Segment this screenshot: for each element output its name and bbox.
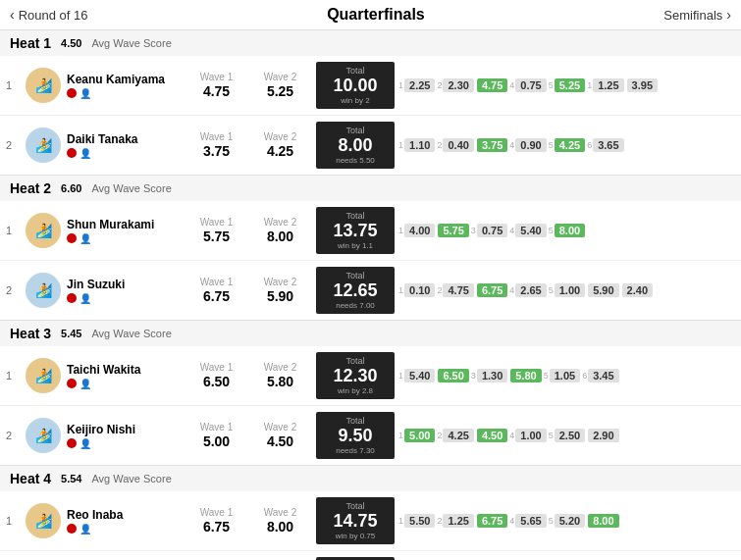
- total-box: Total 14.75 win by 0.75: [316, 497, 395, 544]
- side-score-item: 4 5.65: [509, 514, 546, 528]
- side-scores: 1 5.50 2 1.25 6.75 4 5.65 5 5.20 8.00: [398, 514, 735, 528]
- surfer-row: 2 🏄 Keijiro Nishi 👤 Wave 1 Wave 2 5.00 4…: [0, 406, 741, 465]
- side-score-item: 5.80: [509, 369, 541, 382]
- surfer-name: Shun Murakami: [67, 218, 185, 231]
- side-score-badge: 8.00: [555, 224, 585, 237]
- surfer-avatar: 🏄: [26, 358, 61, 393]
- wave1-label: Wave 1: [194, 131, 238, 142]
- surfer-row: 2 🏄 Hiroto Ohhara 👤 Wave 1 Wave 2 6.50 7…: [0, 551, 741, 560]
- avg-value: 5.54: [61, 473, 81, 484]
- surfer-flags: 👤: [67, 438, 185, 449]
- side-score-num: 2: [437, 140, 442, 150]
- wave-scores: Wave 1 Wave 2 4.75 5.25: [185, 72, 312, 99]
- side-score-num: 1: [587, 80, 592, 90]
- side-score-num: 4: [509, 285, 514, 295]
- wave-values: 5.00 4.50: [194, 433, 302, 449]
- side-score-badge: 1.00: [555, 283, 585, 297]
- surfer-rank: 2: [6, 284, 20, 296]
- left-arrow-icon: ‹: [10, 7, 15, 23]
- wave2-label: Wave 2: [258, 362, 302, 373]
- total-note: win by 0.75: [336, 532, 375, 540]
- side-score-num: 4: [509, 80, 514, 90]
- side-score-item: 5 8.00: [549, 224, 585, 237]
- side-score-badge: 1.10: [404, 138, 435, 152]
- side-score-badge: 4.25: [443, 429, 473, 442]
- nav-left[interactable]: ‹ Round of 16: [10, 7, 88, 23]
- heat-section-2: Heat 2 6.60 Avg Wave Score 1 🏄 Shun Mura…: [0, 176, 741, 321]
- wave-values: 6.75 8.00: [194, 519, 302, 535]
- avg-score-label: Avg Wave Score: [91, 328, 171, 339]
- side-score-num: 6: [587, 140, 592, 150]
- total-note: needs 7.00: [336, 301, 375, 310]
- side-score-badge: 0.10: [404, 283, 435, 297]
- person-icon: 👤: [79, 148, 91, 159]
- flag-dot-icon: [67, 148, 77, 158]
- wave1-value: 5.00: [194, 433, 238, 449]
- wave1-value: 5.75: [194, 229, 238, 244]
- surfer-name: Keijiro Nishi: [67, 423, 185, 436]
- side-score-badge: 8.00: [588, 514, 618, 528]
- side-score-badge: 2.40: [622, 283, 653, 297]
- wave2-value: 4.25: [258, 143, 302, 159]
- side-score-item: 2 0.40: [437, 138, 473, 152]
- total-note: win by 1.1: [338, 241, 373, 250]
- side-score-item: 1 4.00: [398, 224, 435, 237]
- total-box: Total 8.00 needs 5.50: [316, 122, 395, 169]
- heat-section-3: Heat 3 5.45 Avg Wave Score 1 🏄 Taichi Wa…: [0, 321, 741, 466]
- side-score-badge: 1.05: [550, 369, 580, 382]
- side-scores: 1 2.25 2 2.30 4.75 4 0.75 5 5.25 1 1.25 …: [398, 78, 735, 92]
- side-score-badge: 6.75: [477, 514, 507, 528]
- wave2-label: Wave 2: [258, 507, 302, 518]
- wave-scores: Wave 1 Wave 2 6.75 5.90: [185, 277, 312, 304]
- heat-section-1: Heat 1 4.50 Avg Wave Score 1 🏄 Keanu Kam…: [0, 30, 741, 176]
- total-value: 12.30: [333, 366, 377, 386]
- surfer-avatar: 🏄: [26, 68, 61, 103]
- side-score-num: 6: [582, 371, 587, 381]
- round-of-16-label[interactable]: Round of 16: [19, 8, 88, 23]
- semifinals-label[interactable]: Semifinals: [663, 8, 722, 23]
- heat-header-3: Heat 3 5.45 Avg Wave Score: [0, 321, 741, 346]
- heat-title: Heat 4: [10, 471, 51, 486]
- wave2-label: Wave 2: [258, 422, 302, 433]
- heat-header-1: Heat 1 4.50 Avg Wave Score: [0, 30, 741, 56]
- total-note: needs 5.50: [336, 156, 375, 165]
- side-score-item: 2 1.25: [437, 514, 473, 528]
- wave1-value: 6.75: [194, 288, 238, 304]
- nav-right[interactable]: Semifinals ›: [663, 7, 731, 23]
- wave-scores: Wave 1 Wave 2 3.75 4.25: [185, 131, 312, 159]
- side-score-item: 1 0.10: [398, 283, 435, 297]
- side-scores: 1 4.00 5.75 3 0.75 4 5.40 5 8.00: [398, 224, 735, 237]
- side-score-num: 1: [398, 371, 403, 381]
- side-score-num: 3: [471, 226, 476, 235]
- side-score-num: 5: [549, 516, 554, 526]
- side-score-num: 1: [398, 226, 403, 235]
- total-label: Total: [345, 211, 364, 221]
- side-score-badge: 2.25: [404, 78, 435, 92]
- surfer-flags: 👤: [67, 233, 185, 244]
- side-score-item: 5 1.00: [549, 283, 585, 297]
- wave-header: Wave 1 Wave 2: [194, 507, 302, 518]
- side-score-item: 5 5.25: [549, 78, 585, 92]
- wave2-label: Wave 2: [258, 131, 302, 142]
- side-score-item: 4.75: [476, 78, 507, 92]
- surfer-flags: 👤: [67, 379, 185, 389]
- side-score-item: 1 1.25: [587, 78, 623, 92]
- side-score-item: 3.75: [476, 138, 507, 152]
- surfer-flags: 👤: [67, 524, 185, 535]
- wave-scores: Wave 1 Wave 2 6.75 8.00: [185, 507, 312, 535]
- side-score-item: 2 4.25: [437, 429, 473, 442]
- total-note: needs 7.30: [336, 446, 375, 455]
- surfer-rank: 2: [6, 139, 20, 151]
- total-note: win by 2.8: [338, 386, 373, 395]
- side-score-item: 5 4.25: [549, 138, 585, 152]
- total-box: Total 12.65 needs 7.00: [316, 267, 395, 314]
- surfer-info: Jin Suzuki 👤: [67, 278, 185, 304]
- wave1-value: 4.75: [194, 83, 238, 99]
- heat-header-4: Heat 4 5.54 Avg Wave Score: [0, 466, 741, 491]
- side-scores: 1 1.10 2 0.40 3.75 4 0.90 5 4.25 6 3.65: [398, 138, 735, 152]
- side-score-num: 4: [509, 226, 514, 235]
- side-score-badge: 2.65: [515, 283, 546, 297]
- side-score-item: 6 3.45: [582, 369, 618, 382]
- avg-value: 4.50: [61, 37, 81, 49]
- surfer-rank: 1: [6, 79, 20, 91]
